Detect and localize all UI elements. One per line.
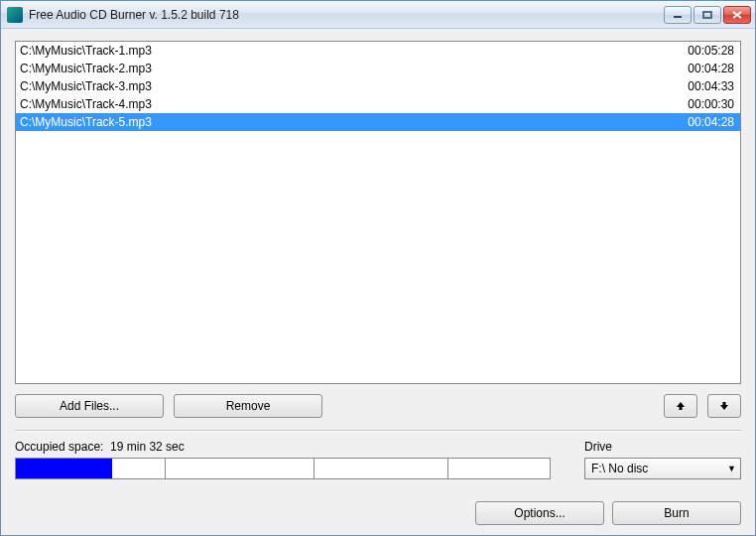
drive-label: Drive [584,440,741,454]
minimize-button[interactable] [664,6,692,24]
track-row[interactable]: C:\MyMusic\Track-4.mp300:00:30 [16,95,740,113]
window-title: Free Audio CD Burner v. 1.5.2 build 718 [29,8,664,22]
track-row[interactable]: C:\MyMusic\Track-3.mp300:04:33 [16,77,740,95]
bottom-button-row: Options... Burn [15,501,741,525]
track-path: C:\MyMusic\Track-2.mp3 [20,61,665,76]
remove-button[interactable]: Remove [174,394,322,418]
track-row[interactable]: C:\MyMusic\Track-2.mp300:04:28 [16,60,740,77]
occupied-space-label: Occupied space: 19 min 32 sec [15,440,565,454]
add-files-button[interactable]: Add Files... [15,394,164,418]
occupied-value-text: 19 min 32 sec [110,440,185,454]
svg-rect-1 [703,12,711,18]
titlebar[interactable]: Free Audio CD Burner v. 1.5.2 build 718 [1,1,755,29]
track-duration: 00:00:30 [665,96,734,112]
progress-fill [16,459,112,478]
disc-space-meter [15,458,551,479]
track-duration: 00:05:28 [665,43,734,59]
track-path: C:\MyMusic\Track-3.mp3 [20,78,665,94]
chevron-down-icon: ▼ [727,464,736,473]
track-duration: 00:04:28 [665,61,734,76]
track-duration: 00:04:28 [665,114,734,130]
maximize-button[interactable] [693,6,721,24]
track-list[interactable]: C:\MyMusic\Track-1.mp300:05:28C:\MyMusic… [15,41,741,384]
divider [15,430,741,432]
app-icon [7,7,23,23]
close-button[interactable] [723,6,751,24]
track-path: C:\MyMusic\Track-4.mp3 [20,96,665,112]
progress-segment [315,459,448,478]
client-area: C:\MyMusic\Track-1.mp300:05:28C:\MyMusic… [1,29,755,535]
drive-select[interactable]: F:\ No disc ▼ [584,458,741,479]
progress-segment [166,459,315,478]
move-up-button[interactable] [664,394,697,418]
progress-segment [448,459,550,478]
drive-select-value: F:\ No disc [591,462,727,475]
track-path: C:\MyMusic\Track-1.mp3 [20,43,665,59]
occupied-label-text: Occupied space: [15,440,103,454]
burn-button[interactable]: Burn [612,501,741,525]
options-button[interactable]: Options... [475,501,604,525]
list-button-row: Add Files... Remove [15,394,741,418]
app-window: Free Audio CD Burner v. 1.5.2 build 718 … [0,0,756,536]
svg-rect-0 [674,16,682,18]
arrow-down-icon [719,401,729,411]
status-row: Occupied space: 19 min 32 sec Drive F:\ … [15,440,741,479]
track-row[interactable]: C:\MyMusic\Track-5.mp300:04:28 [16,113,740,131]
track-path: C:\MyMusic\Track-5.mp3 [20,114,665,130]
arrow-up-icon [676,401,686,411]
track-row[interactable]: C:\MyMusic\Track-1.mp300:05:28 [16,42,740,60]
move-down-button[interactable] [707,394,741,418]
window-controls [664,6,751,24]
track-duration: 00:04:33 [665,78,734,94]
